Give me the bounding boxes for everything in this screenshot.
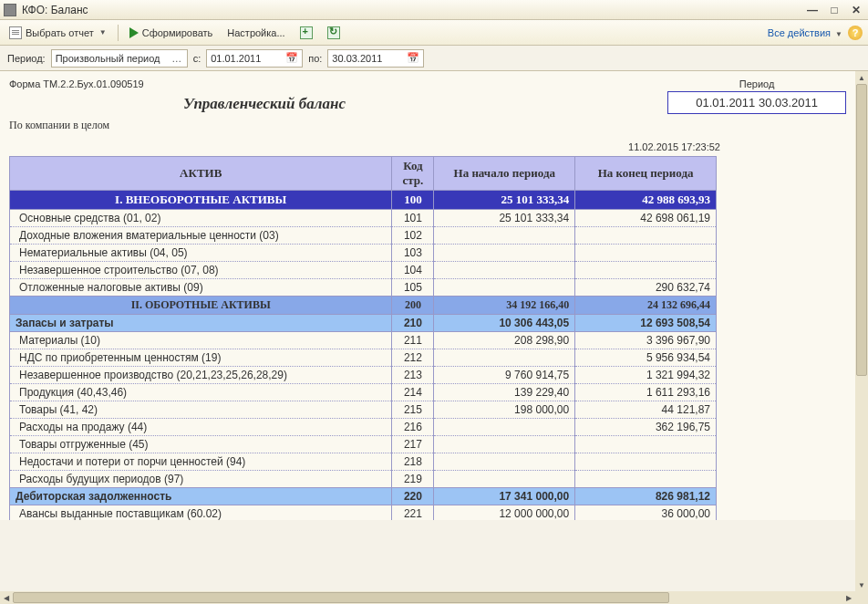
cell-begin: 25 101 333,34 (434, 191, 575, 210)
cell-name: Доходные вложения вматериальные ценности… (10, 227, 392, 245)
cell-name: Авансы выданные поставщикам (60.02) (10, 505, 392, 521)
ellipsis-icon[interactable]: … (170, 53, 183, 64)
play-icon (129, 27, 139, 38)
table-row[interactable]: НДС по приобретенным ценностям (19)2125 … (10, 349, 717, 367)
scrollbar-thumb[interactable] (13, 592, 669, 603)
cell-begin (434, 419, 575, 436)
cell-end: 362 196,75 (575, 419, 717, 436)
help-button[interactable]: ? (848, 26, 863, 40)
table-row[interactable]: Расходы на продажу (44)216362 196,75 (10, 419, 717, 436)
cell-name: Нематериальные активы (04, 05) (10, 245, 392, 262)
cell-code: 104 (392, 262, 434, 279)
cell-end: 1 321 994,32 (575, 367, 717, 384)
cell-end: 826 981,12 (575, 488, 717, 505)
add-button[interactable] (296, 25, 316, 41)
calendar-icon[interactable]: 📅 (407, 52, 419, 64)
cell-name: Незавершенное строительство (07, 08) (10, 262, 392, 279)
chevron-down-icon: ▼ (99, 28, 107, 36)
cell-begin: 208 298,90 (434, 332, 575, 349)
cell-code: 217 (392, 436, 434, 453)
cell-begin (434, 245, 575, 262)
cell-code: 220 (392, 488, 434, 505)
select-report-button[interactable]: Выбрать отчет ▼ (5, 25, 110, 41)
table-row[interactable]: I. ВНЕОБОРОТНЫЕ АКТИВЫ10025 101 333,3442… (10, 191, 717, 210)
period-label: Период: (7, 53, 46, 64)
cell-end: 36 000,00 (575, 505, 717, 521)
table-row[interactable]: Расходы будущих периодов (97)219 (10, 471, 717, 488)
toolbar: Выбрать отчет ▼ Сформировать Настройка..… (0, 20, 868, 46)
cell-code: 216 (392, 419, 434, 436)
table-row[interactable]: Отложенные налоговые активы (09)105290 6… (10, 279, 717, 297)
cell-name: I. ВНЕОБОРОТНЫЕ АКТИВЫ (10, 191, 392, 210)
cell-name: Отложенные налоговые активы (09) (10, 279, 392, 297)
table-row[interactable]: Товары (41, 42)215198 000,0044 121,87 (10, 401, 717, 419)
table-row[interactable]: Незавершенное производство (20,21,23,25,… (10, 367, 717, 384)
cell-end (575, 245, 717, 262)
cell-code: 102 (392, 227, 434, 245)
table-row[interactable]: Товары отгруженные (45)217 (10, 436, 717, 453)
table-row[interactable]: Материалы (10)211208 298,903 396 967,90 (10, 332, 717, 349)
cell-end (575, 436, 717, 453)
table-row[interactable]: Запасы и затраты21010 306 443,0512 693 5… (10, 315, 717, 332)
vertical-scrollbar[interactable]: ▲ ▼ (855, 71, 868, 591)
minimize-button[interactable]: — (804, 4, 821, 16)
cell-name: II. ОБОРОТНЫЕ АКТИВЫ (10, 297, 392, 315)
cell-end (575, 471, 717, 488)
period-box-value: 01.01.2011 30.03.2011 (667, 91, 846, 114)
cell-end: 42 698 061,19 (575, 210, 717, 227)
header-code: Код стр. (392, 157, 434, 191)
table-row[interactable]: II. ОБОРОТНЫЕ АКТИВЫ20034 192 166,4024 1… (10, 297, 717, 315)
table-header-row: АКТИВ Код стр. На начало периода На коне… (10, 157, 717, 191)
cell-begin: 25 101 333,34 (434, 210, 575, 227)
date-from-input[interactable]: 01.01.2011 📅 (206, 49, 303, 68)
date-from-value: 01.01.2011 (211, 53, 261, 64)
from-label: с: (193, 53, 202, 64)
header-begin: На начало периода (434, 157, 575, 191)
cell-begin: 34 192 166,40 (434, 297, 575, 315)
table-row[interactable]: Доходные вложения вматериальные ценности… (10, 227, 717, 245)
app-icon (4, 4, 16, 16)
scroll-up-icon[interactable]: ▲ (855, 71, 868, 84)
cell-name: Расходы на продажу (44) (10, 419, 392, 436)
generate-button[interactable]: Сформировать (126, 26, 217, 40)
horizontal-scrollbar[interactable]: ◀ ▶ (0, 591, 855, 604)
cell-end (575, 262, 717, 279)
table-row[interactable]: Недостачи и потери от порчи ценностей (9… (10, 453, 717, 471)
maximize-button[interactable]: □ (826, 4, 842, 16)
period-type-select[interactable]: Произвольный период … (51, 49, 188, 68)
refresh-button[interactable] (324, 25, 344, 41)
cell-code: 218 (392, 453, 434, 471)
cell-name: Расходы будущих периодов (97) (10, 471, 392, 488)
cell-begin: 12 000 000,00 (434, 505, 575, 521)
table-row[interactable]: Нематериальные активы (04, 05)103 (10, 245, 717, 262)
all-actions-link[interactable]: Все действия ▼ (768, 27, 842, 38)
cell-name: НДС по приобретенным ценностям (19) (10, 349, 392, 367)
cell-code: 221 (392, 505, 434, 521)
settings-label: Настройка... (227, 27, 284, 38)
cell-end: 5 956 934,54 (575, 349, 717, 367)
table-row[interactable]: Авансы выданные поставщикам (60.02)22112… (10, 505, 717, 521)
calendar-icon[interactable]: 📅 (285, 52, 298, 64)
header-end: На конец периода (575, 157, 717, 191)
report-area: Форма ТМ.2.2.Бух.01.090519 Период 01.01.… (0, 71, 868, 520)
cell-begin (434, 453, 575, 471)
date-to-input[interactable]: 30.03.2011 📅 (327, 49, 424, 68)
scroll-down-icon[interactable]: ▼ (855, 578, 868, 591)
settings-button[interactable]: Настройка... (223, 26, 288, 40)
scrollbar-thumb[interactable] (856, 84, 867, 376)
generate-label: Сформировать (142, 27, 213, 38)
period-type-value: Произвольный период (56, 53, 160, 64)
scroll-right-icon[interactable]: ▶ (842, 591, 855, 604)
cell-code: 214 (392, 384, 434, 401)
cell-end: 1 611 293,16 (575, 384, 717, 401)
table-row[interactable]: Продукция (40,43,46)214139 229,401 611 2… (10, 384, 717, 401)
scroll-left-icon[interactable]: ◀ (0, 591, 13, 604)
cell-name: Недостачи и потери от порчи ценностей (9… (10, 453, 392, 471)
table-row[interactable]: Основные средства (01, 02)10125 101 333,… (10, 210, 717, 227)
cell-name: Основные средства (01, 02) (10, 210, 392, 227)
period-box-label: Период (667, 78, 846, 89)
close-button[interactable]: ✕ (848, 4, 864, 16)
table-row[interactable]: Дебиторская задолженность22017 341 000,0… (10, 488, 717, 505)
cell-code: 105 (392, 279, 434, 297)
table-row[interactable]: Незавершенное строительство (07, 08)104 (10, 262, 717, 279)
